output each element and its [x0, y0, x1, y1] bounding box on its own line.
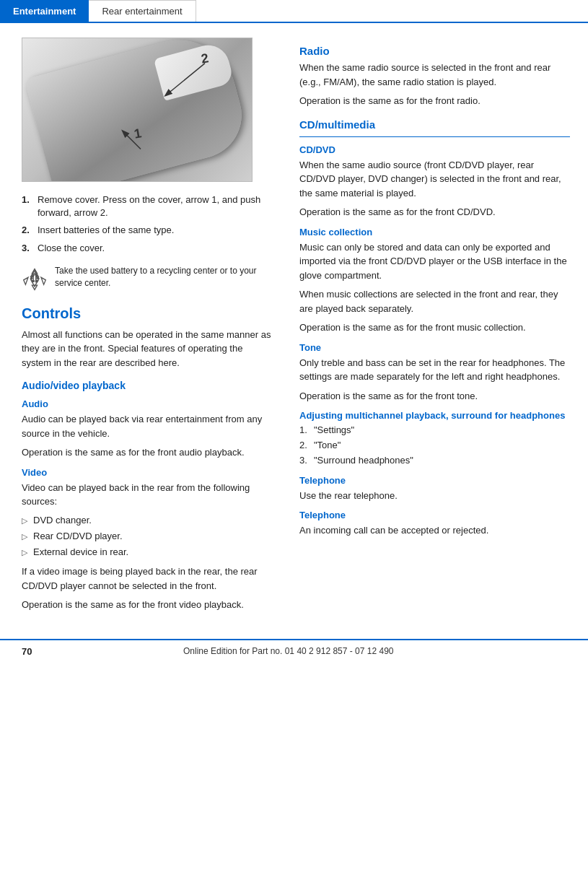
bullet-dvd-changer: ▷ DVD changer.: [22, 514, 274, 527]
telephone-body2: An incoming call can be accepted or reje…: [299, 523, 570, 538]
bullet-arrow-icon: ▷: [22, 515, 27, 526]
recycle-icon: ♻: [22, 266, 48, 292]
content-wrapper: 2 1 1. Remove cover. Press on the: [0, 23, 588, 624]
audio-title: Audio: [22, 398, 274, 409]
note-text: Take the used battery to a recycling cen…: [55, 265, 274, 289]
right-column: Radio When the same radio source is sele…: [289, 30, 588, 624]
step-2: 2. Insert batteries of the same type.: [22, 224, 274, 237]
video-body3: Operation is the same as for the front v…: [22, 598, 274, 612]
recycling-note: ♻ Take the used battery to a recycling c…: [22, 265, 274, 292]
video-body1: Video can be played back in the rear fro…: [22, 481, 274, 509]
audio-body1: Audio can be played back via rear entert…: [22, 412, 274, 440]
telephone-body1: Use the rear telephone.: [299, 489, 570, 503]
bullet-external-device: ▷ External device in rear.: [22, 546, 274, 559]
video-body2: If a video image is being played back in…: [22, 564, 274, 593]
tab-rear-entertainment[interactable]: Rear entertainment: [89, 0, 196, 22]
controls-body: Almost all functions can be operated in …: [22, 328, 274, 370]
video-title: Video: [22, 467, 274, 478]
music-collection-body2: When music collections are selected in t…: [299, 287, 570, 315]
step-3: 3. Close the cover.: [22, 242, 274, 255]
tone-body1: Only treble and bass can be set in the r…: [299, 356, 570, 384]
controls-title: Controls: [22, 305, 274, 322]
footer-text: Online Edition for Part no. 01 40 2 912 …: [46, 646, 530, 656]
music-collection-title: Music collection: [299, 227, 570, 237]
page-footer: 70 Online Edition for Part no. 01 40 2 9…: [0, 639, 588, 663]
music-collection-body3: Operation is the same as for the front m…: [299, 321, 570, 335]
bullet-rear-cd-dvd: ▷ Rear CD/DVD player.: [22, 530, 274, 543]
tone-body2: Operation is the same as for the front t…: [299, 389, 570, 404]
device-image: 2 1: [22, 38, 253, 182]
telephone-title-1: Telephone: [299, 475, 570, 486]
adjusting-steps: 1. "Settings" 2. "Tone" 3. "Surround hea…: [299, 424, 570, 468]
step-1: 1. Remove cover. Press on the cover, arr…: [22, 193, 274, 219]
header-tabs: Entertainment Rear entertainment: [0, 0, 588, 23]
adjusting-step-3: 3. "Surround headphones": [299, 454, 570, 467]
radio-body1: When the same radio source is selected i…: [299, 61, 570, 89]
audio-body2: Operation is the same as for the front a…: [22, 445, 274, 460]
telephone-title-2: Telephone: [299, 510, 570, 520]
cd-dvd-body2: Operation is the same as for the front C…: [299, 205, 570, 219]
radio-body2: Operation is the same as for the front r…: [299, 94, 570, 108]
video-sources-list: ▷ DVD changer. ▷ Rear CD/DVD player. ▷ E…: [22, 514, 274, 559]
cd-dvd-body1: When the same audio source (front CD/DVD…: [299, 158, 570, 201]
left-column: 2 1 1. Remove cover. Press on the: [0, 30, 289, 624]
divider: [299, 136, 570, 137]
audio-video-title: Audio/video playback: [22, 380, 274, 391]
svg-text:♻: ♻: [29, 271, 40, 286]
tab-entertainment-label: Entertainment: [13, 6, 76, 17]
adjusting-step-2: 2. "Tone": [299, 439, 570, 452]
tab-rear-label: Rear entertainment: [102, 6, 182, 17]
bullet-arrow-icon: ▷: [22, 531, 27, 542]
page-number: 70: [22, 646, 32, 657]
installation-steps: 1. Remove cover. Press on the cover, arr…: [22, 193, 274, 255]
bullet-arrow-icon: ▷: [22, 547, 27, 558]
tone-title: Tone: [299, 342, 570, 353]
cd-multimedia-title: CD/multimedia: [299, 118, 570, 131]
tab-entertainment[interactable]: Entertainment: [0, 0, 89, 22]
adjusting-step-1: 1. "Settings": [299, 424, 570, 437]
cd-dvd-title: CD/DVD: [299, 144, 570, 155]
radio-title: Radio: [299, 45, 570, 57]
adjusting-title: Adjusting multichannel playback, surroun…: [299, 410, 570, 421]
music-collection-body1: Music can only be stored and data can on…: [299, 240, 570, 283]
